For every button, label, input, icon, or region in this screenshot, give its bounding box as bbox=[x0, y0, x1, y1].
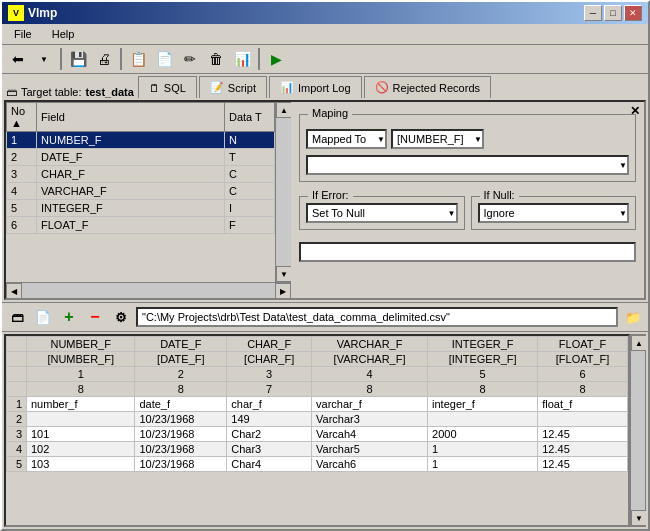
tab-import-log[interactable]: 📊 Import Log bbox=[269, 76, 362, 98]
tab-rejected-records[interactable]: 🚫 Rejected Records bbox=[364, 76, 491, 98]
menu-file[interactable]: File bbox=[6, 26, 40, 42]
row-datatype: C bbox=[225, 166, 275, 183]
if-null-select[interactable]: Ignore Set To Null bbox=[478, 203, 630, 223]
cell: char_f bbox=[227, 397, 312, 412]
grid-col-header-date-f: DATE_F bbox=[135, 337, 227, 352]
cell: 1 bbox=[428, 442, 538, 457]
row-no: 5 bbox=[7, 200, 37, 217]
table-row[interactable]: 6 FLOAT_F F bbox=[7, 217, 275, 234]
if-error-select[interactable]: Set To Null Abort Skip bbox=[306, 203, 458, 223]
toolbar-chart-btn[interactable]: 📊 bbox=[230, 47, 254, 71]
toolbar-sep1 bbox=[60, 48, 62, 70]
grid-corner bbox=[7, 337, 27, 352]
table-row: 5 103 10/23/1968 Char4 Varcah6 1 12.45 bbox=[7, 457, 628, 472]
row-field: VARCHAR_F bbox=[37, 183, 225, 200]
bottom-file-btn[interactable]: 📄 bbox=[32, 306, 54, 328]
grid-scroll-up[interactable]: ▲ bbox=[631, 335, 646, 351]
data-grid-vscrollbar[interactable]: ▲ ▼ bbox=[630, 334, 646, 527]
toolbar-delete-btn[interactable]: 🗑 bbox=[204, 47, 228, 71]
cell: 10/23/1968 bbox=[135, 442, 227, 457]
window-title: Vlmp bbox=[28, 6, 57, 20]
tab-import-log-label: Import Log bbox=[298, 82, 351, 94]
row-datatype: N bbox=[225, 132, 275, 149]
grid-col-header-integer-f: INTEGER_F bbox=[428, 337, 538, 352]
second-field-select[interactable] bbox=[306, 155, 629, 175]
if-null-group: If Null: Ignore Set To Null bbox=[471, 196, 637, 230]
sql-icon: 🗒 bbox=[149, 82, 160, 94]
minimize-button[interactable]: ─ bbox=[584, 5, 602, 21]
table-row: 2 10/23/1968 149 Varchar3 bbox=[7, 412, 628, 427]
cell: 12.45 bbox=[538, 457, 628, 472]
tab-sql[interactable]: 🗒 SQL bbox=[138, 76, 197, 98]
toolbar-sep3 bbox=[258, 48, 260, 70]
close-button[interactable]: ✕ bbox=[624, 5, 642, 21]
grid-col-header-float-f: FLOAT_F bbox=[538, 337, 628, 352]
table-row[interactable]: 1 NUMBER_F N bbox=[7, 132, 275, 149]
tab-rejected-label: Rejected Records bbox=[393, 82, 480, 94]
row-num: 5 bbox=[7, 457, 27, 472]
target-table-label: Target table: bbox=[21, 86, 82, 98]
table-row[interactable]: 2 DATE_F T bbox=[7, 149, 275, 166]
grid-colnum-5: 5 bbox=[428, 367, 538, 382]
bottom-browse-btn[interactable]: 📁 bbox=[622, 306, 644, 328]
table-row[interactable]: 3 CHAR_F C bbox=[7, 166, 275, 183]
cell bbox=[428, 412, 538, 427]
maximize-button[interactable]: □ bbox=[604, 5, 622, 21]
toolbar-dropdown-btn[interactable]: ▼ bbox=[32, 47, 56, 71]
scroll-right-btn[interactable]: ▶ bbox=[275, 283, 291, 298]
cell: 1 bbox=[428, 457, 538, 472]
tab-sql-label: SQL bbox=[164, 82, 186, 94]
menu-help[interactable]: Help bbox=[44, 26, 83, 42]
row-num: 2 bbox=[7, 412, 27, 427]
grid-col-header-char-f: CHAR_F bbox=[227, 337, 312, 352]
if-null-label: If Null: bbox=[480, 189, 519, 201]
table-row: 1 number_f date_f char_f varchar_f integ… bbox=[7, 397, 628, 412]
row-no: 3 bbox=[7, 166, 37, 183]
toolbar: ⬅ ▼ 💾 🖨 📋 📄 ✏ 🗑 📊 ▶ bbox=[2, 45, 648, 74]
grid-col-header-varchar-f: VARCHAR_F bbox=[312, 337, 428, 352]
cell: 102 bbox=[27, 442, 135, 457]
scroll-left-btn[interactable]: ◀ bbox=[6, 283, 22, 298]
horiz-scrollbar[interactable]: ◀ ▶ bbox=[6, 282, 291, 298]
bottom-db-btn[interactable]: 🗃 bbox=[6, 306, 28, 328]
grid-colnum-3: 3 bbox=[227, 367, 312, 382]
field-select[interactable]: [NUMBER_F] [DATE_F] [CHAR_F] bbox=[391, 129, 484, 149]
rejected-icon: 🚫 bbox=[375, 81, 389, 94]
cell: 10/23/1968 bbox=[135, 427, 227, 442]
table-row[interactable]: 4 VARCHAR_F C bbox=[7, 183, 275, 200]
grid-map-date-f: [DATE_F] bbox=[135, 352, 227, 367]
cell bbox=[538, 412, 628, 427]
toolbar-print-btn[interactable]: 🖨 bbox=[92, 47, 116, 71]
mapped-to-select[interactable]: Mapped To Ignore Formula bbox=[306, 129, 387, 149]
table-row: 3 101 10/23/1968 Char2 Varcah4 2000 12.4… bbox=[7, 427, 628, 442]
scroll-down-btn[interactable]: ▼ bbox=[276, 266, 291, 282]
bottom-add-btn[interactable]: + bbox=[58, 306, 80, 328]
row-datatype: F bbox=[225, 217, 275, 234]
toolbar-paste-btn[interactable]: 📄 bbox=[152, 47, 176, 71]
toolbar-edit-btn[interactable]: ✏ bbox=[178, 47, 202, 71]
bottom-settings-btn[interactable]: ⚙ bbox=[110, 306, 132, 328]
file-path-display: "C:\My Projects\drb\Test Data\test_data_… bbox=[136, 307, 618, 327]
cell: 10/23/1968 bbox=[135, 412, 227, 427]
second-select-wrapper bbox=[306, 155, 629, 175]
grid-scroll-down[interactable]: ▼ bbox=[631, 510, 646, 526]
tab-script[interactable]: 📝 Script bbox=[199, 76, 267, 98]
mapped-to-select-wrapper: Mapped To Ignore Formula bbox=[306, 129, 387, 149]
vertical-scrollbar[interactable]: ▲ ▼ bbox=[275, 102, 291, 282]
grid-colnum-4: 4 bbox=[312, 367, 428, 382]
title-bar-left: V Vlmp bbox=[8, 5, 57, 21]
toolbar-run-btn[interactable]: ▶ bbox=[264, 47, 288, 71]
scroll-up-btn[interactable]: ▲ bbox=[276, 102, 291, 118]
cell: integer_f bbox=[428, 397, 538, 412]
row-no: 1 bbox=[7, 132, 37, 149]
data-grid-scroll[interactable]: NUMBER_F DATE_F CHAR_F VARCHAR_F INTEGER… bbox=[6, 336, 628, 525]
bottom-remove-btn[interactable]: − bbox=[84, 306, 106, 328]
table-row[interactable]: 5 INTEGER_F I bbox=[7, 200, 275, 217]
toolbar-back-btn[interactable]: ⬅ bbox=[6, 47, 30, 71]
toolbar-save-btn[interactable]: 💾 bbox=[66, 47, 90, 71]
toolbar-copy-btn[interactable]: 📋 bbox=[126, 47, 150, 71]
mapping-panel: ✕ Maping Mapped To Ignore Formula [NUMBE bbox=[291, 102, 644, 298]
grid-colsize-2: 8 bbox=[135, 382, 227, 397]
grid-map-char-f: [CHAR_F] bbox=[227, 352, 312, 367]
mapping-input[interactable] bbox=[299, 242, 636, 262]
